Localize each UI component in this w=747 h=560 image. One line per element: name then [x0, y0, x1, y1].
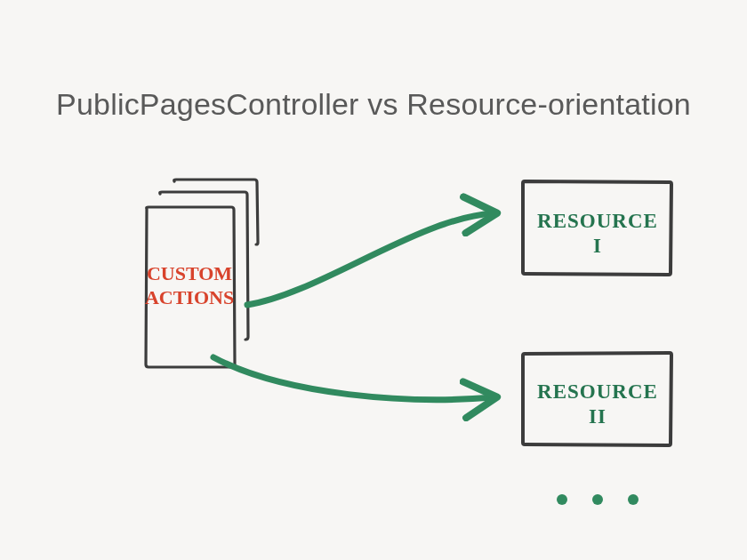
arrow-bottom — [213, 357, 494, 400]
svg-point-1 — [592, 494, 603, 505]
slide: PublicPagesController vs Resource-orient… — [0, 0, 747, 560]
svg-point-2 — [628, 494, 639, 505]
resource-box-2: RESOURCE II — [523, 353, 671, 445]
stack-line2: ACTIONS — [145, 286, 234, 308]
diagram-svg: CUSTOM ACTIONS RESOURCE I RESOURCE II — [0, 0, 747, 560]
arrow-top — [247, 213, 494, 305]
resource-box-1: RESOURCE I — [523, 181, 671, 275]
stack-line1: CUSTOM — [147, 262, 232, 284]
box1-line1: RESOURCE — [537, 210, 658, 232]
box2-line2: II — [589, 405, 606, 428]
ellipsis-dots — [557, 494, 639, 505]
svg-point-0 — [557, 494, 567, 505]
box2-line1: RESOURCE — [537, 380, 658, 403]
box1-line2: I — [593, 235, 602, 257]
